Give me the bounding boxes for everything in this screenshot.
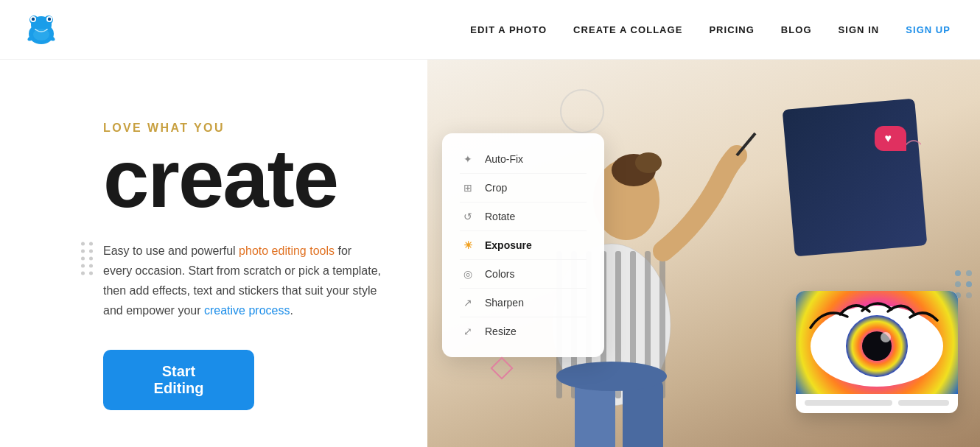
svg-point-7 xyxy=(48,18,51,21)
svg-point-35 xyxy=(966,281,972,287)
eye-photo-card xyxy=(796,291,958,413)
svg-point-33 xyxy=(966,270,972,276)
edit-menu-card: ✦Auto-Fix⊞Crop↺Rotate☀Exposure◎Colors↗Sh… xyxy=(442,133,604,357)
nav-edit-photo[interactable]: EDIT A PHOTO xyxy=(470,24,547,35)
eye-image xyxy=(796,291,958,394)
edit-menu-icon-sharpen: ↗ xyxy=(460,295,476,311)
desc-text-1: Easy to use and powerful xyxy=(103,244,239,257)
svg-point-23 xyxy=(635,152,662,173)
edit-menu-icon-colors: ◎ xyxy=(460,266,476,282)
main-nav: EDIT A PHOTO CREATE A COLLAGE PRICING BL… xyxy=(470,24,951,35)
edit-menu-item-resize: ⤢Resize xyxy=(460,317,587,345)
nav-pricing[interactable]: PRICING xyxy=(709,24,754,35)
start-editing-button[interactable]: Start Editing xyxy=(103,350,254,410)
nav-blog[interactable]: BLOG xyxy=(781,24,812,35)
nav-sign-up[interactable]: SIGN UP xyxy=(906,24,951,35)
svg-point-6 xyxy=(32,18,35,21)
svg-point-34 xyxy=(955,281,961,287)
edit-menu-item-sharpen: ↗Sharpen xyxy=(460,289,587,317)
edit-menu-label-sharpen: Sharpen xyxy=(485,297,524,309)
circle-outline-decoration xyxy=(560,89,604,133)
edit-menu-label-crop: Crop xyxy=(485,182,507,194)
hero-description: Easy to use and powerful photo editing t… xyxy=(103,241,383,321)
desc-highlight-blue: creative process xyxy=(204,304,290,317)
canvas-decoration xyxy=(783,99,928,257)
edit-menu-item-exposure: ☀Exposure xyxy=(460,231,587,260)
card-line-long xyxy=(805,400,892,406)
svg-point-32 xyxy=(955,270,961,276)
hero-title: create xyxy=(103,138,383,220)
card-line-short xyxy=(898,400,949,406)
hero-section: LOVE WHAT YOU create Easy to use and pow… xyxy=(0,60,980,447)
logo-area[interactable] xyxy=(22,10,60,49)
eye-card-info xyxy=(796,394,958,413)
edit-menu-icon-resize: ⤢ xyxy=(460,323,476,339)
heart-icon: ♥ xyxy=(885,132,892,145)
edit-menu-label-auto-fix: Auto-Fix xyxy=(485,153,523,165)
svg-point-10 xyxy=(33,29,49,41)
hero-content-left: LOVE WHAT YOU create Easy to use and pow… xyxy=(0,60,427,447)
edit-menu-icon-crop: ⊞ xyxy=(460,180,476,196)
edit-menu-label-colors: Colors xyxy=(485,268,514,280)
edit-menu-label-rotate: Rotate xyxy=(485,211,515,222)
hero-visual-right: ✦Auto-Fix⊞Crop↺Rotate☀Exposure◎Colors↗Sh… xyxy=(427,60,980,447)
edit-menu-icon-rotate: ↺ xyxy=(460,208,476,225)
edit-menu-icon-exposure: ☀ xyxy=(460,237,476,253)
edit-menu-item-crop: ⊞Crop xyxy=(460,174,587,203)
heart-bubble: ♥ xyxy=(875,126,907,151)
svg-point-27 xyxy=(556,362,667,391)
edit-menu-item-rotate: ↺Rotate xyxy=(460,203,587,231)
edit-menu-icon-auto-fix: ✦ xyxy=(460,151,476,167)
edit-menu-item-colors: ◎Colors xyxy=(460,260,587,289)
edit-menu-label-resize: Resize xyxy=(485,325,517,337)
edit-menu-item-auto-fix: ✦Auto-Fix xyxy=(460,145,587,174)
decorative-dots xyxy=(81,242,94,275)
desc-highlight-orange: photo editing tools xyxy=(239,244,335,257)
frog-logo-icon xyxy=(22,10,60,49)
svg-point-37 xyxy=(966,292,972,298)
site-header: EDIT A PHOTO CREATE A COLLAGE PRICING BL… xyxy=(0,0,980,60)
desc-text-3: . xyxy=(290,304,293,317)
svg-point-31 xyxy=(881,332,891,342)
nav-sign-in[interactable]: SIGN IN xyxy=(839,24,880,35)
nav-create-collage[interactable]: CREATE A COLLAGE xyxy=(573,24,682,35)
edit-menu-label-exposure: Exposure xyxy=(485,239,532,251)
